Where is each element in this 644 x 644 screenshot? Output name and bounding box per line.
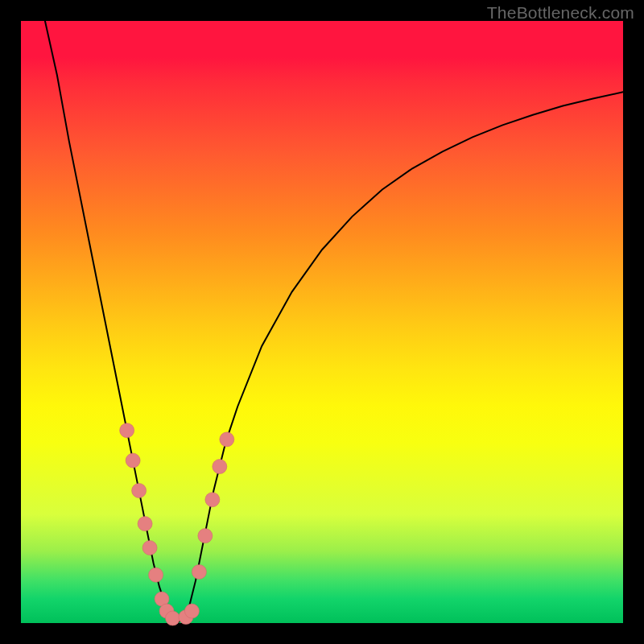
data-marker [132, 483, 147, 497]
data-marker [149, 568, 163, 582]
data-marker [213, 460, 227, 474]
data-marker [220, 432, 234, 447]
data-marker [138, 517, 152, 531]
data-marker [205, 493, 220, 507]
chart-plot-area [21, 21, 623, 623]
chart-frame: TheBottleneck.com [0, 0, 644, 644]
data-marker [120, 423, 134, 438]
data-marker [166, 611, 180, 625]
chart-svg [21, 21, 623, 623]
data-marker [192, 564, 206, 579]
data-marker [142, 541, 157, 555]
marker-group [120, 423, 234, 625]
curve-group [45, 21, 623, 623]
watermark-text: TheBottleneck.com [487, 3, 634, 23]
curve-right-branch [177, 92, 623, 623]
data-marker [198, 529, 213, 543]
data-marker [126, 453, 140, 468]
curve-left-branch [45, 21, 178, 623]
data-marker [184, 604, 199, 618]
